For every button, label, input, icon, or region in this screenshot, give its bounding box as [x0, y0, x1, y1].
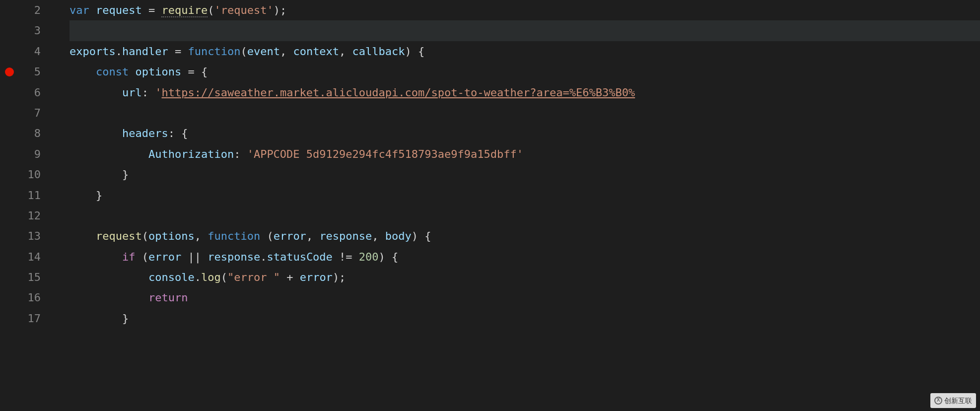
token-identifier: options: [135, 66, 181, 78]
token-punct: .: [260, 251, 267, 263]
line-number[interactable]: 9: [0, 144, 41, 164]
token-identifier: exports: [70, 45, 116, 58]
token-kw-decl: var: [70, 4, 96, 16]
token-string: "error ": [227, 271, 280, 283]
token-prop-label: Authorization: [148, 148, 234, 160]
token-identifier: request: [96, 4, 142, 16]
token-func: log: [201, 271, 221, 283]
code-line[interactable]: [70, 206, 980, 226]
token-param: event: [247, 45, 280, 58]
token-param: response: [319, 230, 372, 242]
code-line[interactable]: console.log("error " + error);: [70, 267, 980, 287]
token-punct: ,: [280, 45, 293, 58]
line-number[interactable]: 13: [0, 226, 41, 246]
breakpoint-icon[interactable]: [5, 68, 14, 76]
token-operator: !=: [333, 251, 359, 263]
token-prop-label: url: [122, 86, 142, 99]
token-operator: ||: [181, 251, 208, 263]
token-number: 200: [359, 251, 379, 263]
token-member: statusCode: [267, 251, 332, 263]
token-punct: }: [122, 168, 129, 181]
code-line[interactable]: var request = require('request');: [70, 0, 980, 20]
indent: [70, 230, 96, 242]
token-member: handler: [122, 45, 168, 58]
line-number[interactable]: 2: [0, 0, 41, 20]
token-param: error: [274, 230, 306, 242]
line-number[interactable]: 15: [0, 267, 41, 287]
token-punct: }: [122, 312, 129, 325]
code-line[interactable]: }: [70, 308, 980, 329]
line-number[interactable]: 12: [0, 206, 41, 226]
code-area[interactable]: var request = require('request');exports…: [55, 0, 980, 411]
token-param: body: [385, 230, 412, 242]
token-kw-decl: const: [96, 66, 135, 78]
line-number[interactable]: 4: [0, 41, 41, 62]
token-punct: (: [142, 251, 148, 263]
line-number[interactable]: 10: [0, 164, 41, 185]
line-number[interactable]: 3: [0, 20, 41, 41]
token-punct: ) {: [412, 230, 431, 242]
watermark-text: 创新互联: [944, 394, 972, 407]
token-punct: (: [221, 271, 227, 283]
code-line[interactable]: exports.handler = function(event, contex…: [70, 41, 980, 62]
indent: [70, 168, 122, 181]
code-line[interactable]: if (error || response.statusCode != 200)…: [70, 247, 980, 267]
token-kw-control: return: [148, 291, 188, 304]
token-kw-storage: function: [188, 45, 240, 58]
line-number[interactable]: 11: [0, 185, 41, 206]
token-punct: :: [234, 148, 247, 160]
token-identifier: response: [208, 251, 260, 263]
line-number[interactable]: 8: [0, 123, 41, 143]
indent: [70, 291, 148, 304]
token-punct: ,: [195, 230, 208, 242]
watermark-badge: X 创新互联: [930, 393, 976, 408]
code-line[interactable]: [70, 103, 980, 123]
token-punct: (: [142, 230, 148, 242]
token-identifier: error: [148, 251, 181, 263]
token-punct: (: [267, 230, 273, 242]
line-number[interactable]: 6: [0, 82, 41, 103]
line-number[interactable]: 16: [0, 287, 41, 308]
code-line[interactable]: request(options, function (error, respon…: [70, 226, 980, 246]
token-punct: ,: [306, 230, 320, 242]
token-string: 'APPCODE 5d9129e294fc4f518793ae9f9a15dbf…: [247, 148, 523, 160]
code-line[interactable]: headers: {: [70, 123, 980, 143]
token-punct: ,: [339, 45, 352, 58]
code-line[interactable]: url: 'https://saweather.market.aliclouda…: [70, 82, 980, 103]
indent: [70, 251, 122, 263]
indent: [70, 189, 96, 202]
code-line[interactable]: return: [70, 287, 980, 308]
token-punct: );: [274, 4, 287, 16]
token-punct: ) {: [379, 251, 399, 263]
code-line[interactable]: [70, 20, 980, 41]
token-punct: .: [195, 271, 201, 283]
watermark-icon: X: [934, 397, 942, 405]
token-param: context: [293, 45, 339, 58]
token-punct: );: [333, 271, 346, 283]
token-identifier: error: [300, 271, 333, 283]
indent: [70, 312, 122, 325]
indent: [70, 148, 148, 160]
token-operator: =: [168, 45, 188, 58]
token-punct: (: [208, 4, 214, 16]
line-number[interactable]: 17: [0, 308, 41, 329]
token-identifier: options: [148, 230, 195, 242]
token-kw-control: if: [122, 251, 142, 263]
token-func: require: [161, 4, 208, 17]
token-punct: :: [142, 86, 155, 99]
line-number[interactable]: 14: [0, 247, 41, 267]
indent: [70, 209, 96, 222]
code-editor[interactable]: 234567891011121314151617 var request = r…: [0, 0, 980, 411]
token-kw-storage: function: [208, 230, 267, 242]
token-func: request: [96, 230, 142, 242]
code-line[interactable]: const options = {: [70, 62, 980, 82]
code-line[interactable]: }: [70, 164, 980, 185]
token-param: callback: [352, 45, 405, 58]
token-string-link: https://saweather.market.alicloudapi.com…: [161, 86, 635, 99]
code-line[interactable]: }: [70, 185, 980, 206]
line-number[interactable]: 7: [0, 103, 41, 123]
token-punct: ,: [372, 230, 385, 242]
gutter[interactable]: 234567891011121314151617: [0, 0, 55, 411]
code-line[interactable]: Authorization: 'APPCODE 5d9129e294fc4f51…: [70, 144, 980, 164]
line-number[interactable]: 5: [0, 62, 41, 82]
